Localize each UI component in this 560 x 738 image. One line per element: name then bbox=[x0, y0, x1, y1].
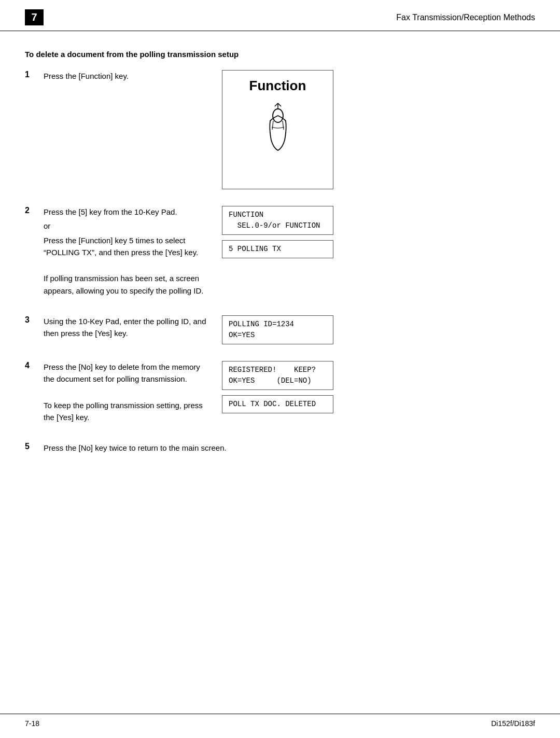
footer-page-number: 7-18 bbox=[25, 719, 39, 728]
section-heading: To delete a document from the polling tr… bbox=[25, 50, 535, 59]
svg-line-5 bbox=[278, 103, 281, 106]
page-footer: 7-18 Di152f/Di183f bbox=[0, 714, 560, 728]
step-5: 5 Press the [No] key twice to return to … bbox=[25, 442, 535, 454]
function-key-box: Function bbox=[222, 70, 333, 189]
step-5-number: 5 bbox=[25, 442, 44, 451]
footer-model: Di152f/Di183f bbox=[491, 719, 535, 728]
step-1-image: Function bbox=[222, 70, 333, 189]
chapter-number: 7 bbox=[25, 9, 44, 25]
step-2: 2 Press the [5] key from the 10-Key Pad.… bbox=[25, 206, 535, 299]
step-2-text: Press the [5] key from the 10-Key Pad. o… bbox=[44, 206, 209, 299]
chapter-title: Fax Transmission/Reception Methods bbox=[396, 13, 535, 22]
step-3-text: Using the 10-Key Pad, enter the polling … bbox=[44, 315, 209, 342]
svg-line-4 bbox=[275, 103, 278, 106]
hand-icon bbox=[255, 101, 301, 158]
step-1-text: Press the [Function] key. bbox=[44, 70, 209, 82]
step-2-image: FUNCTION SEL.0-9/or FUNCTION 5 POLLING T… bbox=[222, 206, 333, 258]
step-3-image: POLLING ID=1234OK=YES bbox=[222, 315, 333, 344]
step-4-image: REGISTERED! KEEP?OK=YES (DEL=NO) POLL TX… bbox=[222, 361, 333, 413]
step-3: 3 Using the 10-Key Pad, enter the pollin… bbox=[25, 315, 535, 344]
step-4-number: 4 bbox=[25, 361, 44, 370]
step-1: 1 Press the [Function] key. Function bbox=[25, 70, 535, 189]
step-3-number: 3 bbox=[25, 315, 44, 325]
lcd-screen-deleted: POLL TX DOC. DELETED bbox=[222, 395, 333, 413]
lcd-screen-registered: REGISTERED! KEEP?OK=YES (DEL=NO) bbox=[222, 361, 333, 390]
page-header: 7 Fax Transmission/Reception Methods bbox=[0, 0, 560, 31]
step-4-text: Press the [No] key to delete from the me… bbox=[44, 361, 209, 425]
step-4: 4 Press the [No] key to delete from the … bbox=[25, 361, 535, 425]
lcd-screen-polling-id: POLLING ID=1234OK=YES bbox=[222, 315, 333, 344]
main-content: To delete a document from the polling tr… bbox=[0, 31, 560, 486]
function-key-label: Function bbox=[249, 78, 306, 94]
svg-line-2 bbox=[283, 121, 284, 130]
step-3-lcd-group: POLLING ID=1234OK=YES bbox=[222, 315, 333, 344]
lcd-screen-function: FUNCTION SEL.0-9/or FUNCTION bbox=[222, 206, 333, 235]
step-2-lcd-group: FUNCTION SEL.0-9/or FUNCTION 5 POLLING T… bbox=[222, 206, 333, 258]
step-4-lcd-group: REGISTERED! KEEP?OK=YES (DEL=NO) POLL TX… bbox=[222, 361, 333, 413]
lcd-screen-polling-tx: 5 POLLING TX bbox=[222, 240, 333, 258]
step-2-number: 2 bbox=[25, 206, 44, 215]
step-5-text: Press the [No] key twice to return to th… bbox=[44, 442, 227, 454]
step-1-number: 1 bbox=[25, 70, 44, 79]
svg-line-1 bbox=[272, 121, 273, 130]
